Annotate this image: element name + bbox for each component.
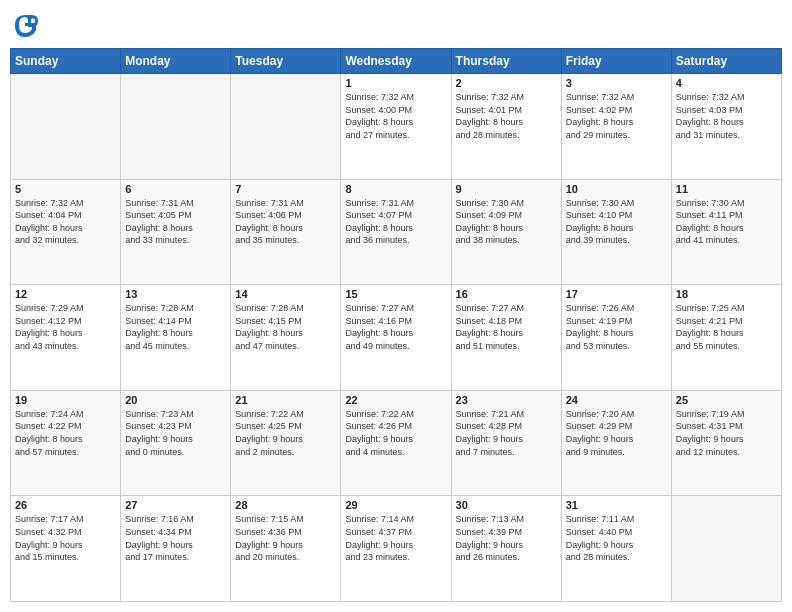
day-info: Sunrise: 7:26 AM Sunset: 4:19 PM Dayligh… [566, 302, 667, 352]
day-number: 13 [125, 288, 226, 300]
day-info: Sunrise: 7:27 AM Sunset: 4:18 PM Dayligh… [456, 302, 557, 352]
calendar-cell: 29Sunrise: 7:14 AM Sunset: 4:37 PM Dayli… [341, 496, 451, 602]
day-number: 20 [125, 394, 226, 406]
day-info: Sunrise: 7:32 AM Sunset: 4:03 PM Dayligh… [676, 91, 777, 141]
day-info: Sunrise: 7:27 AM Sunset: 4:16 PM Dayligh… [345, 302, 446, 352]
calendar-week-row: 5Sunrise: 7:32 AM Sunset: 4:04 PM Daylig… [11, 179, 782, 285]
day-info: Sunrise: 7:29 AM Sunset: 4:12 PM Dayligh… [15, 302, 116, 352]
calendar-cell: 7Sunrise: 7:31 AM Sunset: 4:06 PM Daylig… [231, 179, 341, 285]
calendar-cell [231, 74, 341, 180]
calendar-week-row: 12Sunrise: 7:29 AM Sunset: 4:12 PM Dayli… [11, 285, 782, 391]
day-number: 9 [456, 183, 557, 195]
day-info: Sunrise: 7:19 AM Sunset: 4:31 PM Dayligh… [676, 408, 777, 458]
day-number: 11 [676, 183, 777, 195]
day-number: 21 [235, 394, 336, 406]
day-info: Sunrise: 7:23 AM Sunset: 4:23 PM Dayligh… [125, 408, 226, 458]
day-number: 1 [345, 77, 446, 89]
calendar-cell: 6Sunrise: 7:31 AM Sunset: 4:05 PM Daylig… [121, 179, 231, 285]
calendar-cell: 15Sunrise: 7:27 AM Sunset: 4:16 PM Dayli… [341, 285, 451, 391]
calendar-week-row: 1Sunrise: 7:32 AM Sunset: 4:00 PM Daylig… [11, 74, 782, 180]
day-info: Sunrise: 7:30 AM Sunset: 4:10 PM Dayligh… [566, 197, 667, 247]
day-number: 16 [456, 288, 557, 300]
header [10, 10, 782, 40]
day-number: 12 [15, 288, 116, 300]
day-number: 29 [345, 499, 446, 511]
day-number: 15 [345, 288, 446, 300]
calendar-header-tuesday: Tuesday [231, 49, 341, 74]
calendar-cell: 20Sunrise: 7:23 AM Sunset: 4:23 PM Dayli… [121, 390, 231, 496]
calendar-cell: 3Sunrise: 7:32 AM Sunset: 4:02 PM Daylig… [561, 74, 671, 180]
calendar-cell: 31Sunrise: 7:11 AM Sunset: 4:40 PM Dayli… [561, 496, 671, 602]
calendar-cell: 1Sunrise: 7:32 AM Sunset: 4:00 PM Daylig… [341, 74, 451, 180]
calendar-cell: 11Sunrise: 7:30 AM Sunset: 4:11 PM Dayli… [671, 179, 781, 285]
day-number: 7 [235, 183, 336, 195]
day-info: Sunrise: 7:28 AM Sunset: 4:15 PM Dayligh… [235, 302, 336, 352]
calendar-cell: 21Sunrise: 7:22 AM Sunset: 4:25 PM Dayli… [231, 390, 341, 496]
logo-icon [10, 10, 40, 40]
day-number: 24 [566, 394, 667, 406]
day-info: Sunrise: 7:32 AM Sunset: 4:02 PM Dayligh… [566, 91, 667, 141]
day-number: 23 [456, 394, 557, 406]
day-number: 10 [566, 183, 667, 195]
calendar-cell: 22Sunrise: 7:22 AM Sunset: 4:26 PM Dayli… [341, 390, 451, 496]
page: SundayMondayTuesdayWednesdayThursdayFrid… [0, 0, 792, 612]
calendar-table: SundayMondayTuesdayWednesdayThursdayFrid… [10, 48, 782, 602]
calendar-header-monday: Monday [121, 49, 231, 74]
calendar-cell: 14Sunrise: 7:28 AM Sunset: 4:15 PM Dayli… [231, 285, 341, 391]
calendar-header-friday: Friday [561, 49, 671, 74]
calendar-cell: 12Sunrise: 7:29 AM Sunset: 4:12 PM Dayli… [11, 285, 121, 391]
day-number: 27 [125, 499, 226, 511]
calendar-header-row: SundayMondayTuesdayWednesdayThursdayFrid… [11, 49, 782, 74]
calendar-cell: 27Sunrise: 7:16 AM Sunset: 4:34 PM Dayli… [121, 496, 231, 602]
day-info: Sunrise: 7:31 AM Sunset: 4:07 PM Dayligh… [345, 197, 446, 247]
day-info: Sunrise: 7:15 AM Sunset: 4:36 PM Dayligh… [235, 513, 336, 563]
day-info: Sunrise: 7:32 AM Sunset: 4:04 PM Dayligh… [15, 197, 116, 247]
calendar-cell: 5Sunrise: 7:32 AM Sunset: 4:04 PM Daylig… [11, 179, 121, 285]
calendar-cell: 18Sunrise: 7:25 AM Sunset: 4:21 PM Dayli… [671, 285, 781, 391]
day-number: 6 [125, 183, 226, 195]
day-number: 30 [456, 499, 557, 511]
day-info: Sunrise: 7:32 AM Sunset: 4:00 PM Dayligh… [345, 91, 446, 141]
day-info: Sunrise: 7:32 AM Sunset: 4:01 PM Dayligh… [456, 91, 557, 141]
day-number: 14 [235, 288, 336, 300]
calendar-cell [11, 74, 121, 180]
calendar-week-row: 19Sunrise: 7:24 AM Sunset: 4:22 PM Dayli… [11, 390, 782, 496]
day-number: 25 [676, 394, 777, 406]
day-number: 18 [676, 288, 777, 300]
day-number: 31 [566, 499, 667, 511]
calendar-cell: 8Sunrise: 7:31 AM Sunset: 4:07 PM Daylig… [341, 179, 451, 285]
day-info: Sunrise: 7:31 AM Sunset: 4:05 PM Dayligh… [125, 197, 226, 247]
calendar-header-saturday: Saturday [671, 49, 781, 74]
day-number: 2 [456, 77, 557, 89]
day-number: 19 [15, 394, 116, 406]
calendar-cell: 19Sunrise: 7:24 AM Sunset: 4:22 PM Dayli… [11, 390, 121, 496]
day-info: Sunrise: 7:30 AM Sunset: 4:11 PM Dayligh… [676, 197, 777, 247]
calendar-cell [121, 74, 231, 180]
day-number: 22 [345, 394, 446, 406]
day-number: 28 [235, 499, 336, 511]
day-info: Sunrise: 7:24 AM Sunset: 4:22 PM Dayligh… [15, 408, 116, 458]
calendar-header-thursday: Thursday [451, 49, 561, 74]
day-info: Sunrise: 7:17 AM Sunset: 4:32 PM Dayligh… [15, 513, 116, 563]
calendar-cell: 4Sunrise: 7:32 AM Sunset: 4:03 PM Daylig… [671, 74, 781, 180]
calendar-cell: 25Sunrise: 7:19 AM Sunset: 4:31 PM Dayli… [671, 390, 781, 496]
day-number: 26 [15, 499, 116, 511]
day-number: 3 [566, 77, 667, 89]
calendar-cell [671, 496, 781, 602]
calendar-week-row: 26Sunrise: 7:17 AM Sunset: 4:32 PM Dayli… [11, 496, 782, 602]
day-number: 8 [345, 183, 446, 195]
calendar-cell: 17Sunrise: 7:26 AM Sunset: 4:19 PM Dayli… [561, 285, 671, 391]
calendar-cell: 24Sunrise: 7:20 AM Sunset: 4:29 PM Dayli… [561, 390, 671, 496]
day-info: Sunrise: 7:13 AM Sunset: 4:39 PM Dayligh… [456, 513, 557, 563]
day-number: 5 [15, 183, 116, 195]
day-number: 4 [676, 77, 777, 89]
day-info: Sunrise: 7:20 AM Sunset: 4:29 PM Dayligh… [566, 408, 667, 458]
calendar-header-wednesday: Wednesday [341, 49, 451, 74]
calendar-cell: 13Sunrise: 7:28 AM Sunset: 4:14 PM Dayli… [121, 285, 231, 391]
day-info: Sunrise: 7:11 AM Sunset: 4:40 PM Dayligh… [566, 513, 667, 563]
calendar-cell: 16Sunrise: 7:27 AM Sunset: 4:18 PM Dayli… [451, 285, 561, 391]
day-info: Sunrise: 7:22 AM Sunset: 4:26 PM Dayligh… [345, 408, 446, 458]
day-info: Sunrise: 7:25 AM Sunset: 4:21 PM Dayligh… [676, 302, 777, 352]
day-number: 17 [566, 288, 667, 300]
calendar-cell: 2Sunrise: 7:32 AM Sunset: 4:01 PM Daylig… [451, 74, 561, 180]
